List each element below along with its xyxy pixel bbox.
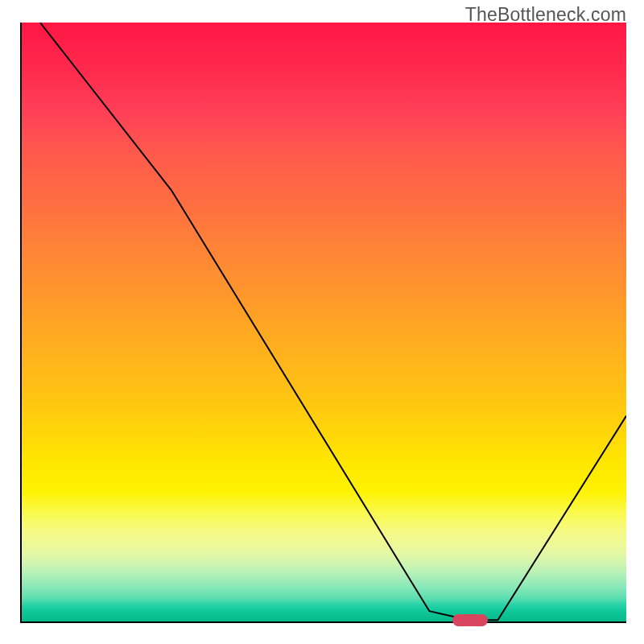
watermark-text: TheBottleneck.com [465,4,626,26]
curve-svg [20,23,626,623]
bottleneck-curve [40,23,626,620]
optimal-marker [452,614,488,626]
